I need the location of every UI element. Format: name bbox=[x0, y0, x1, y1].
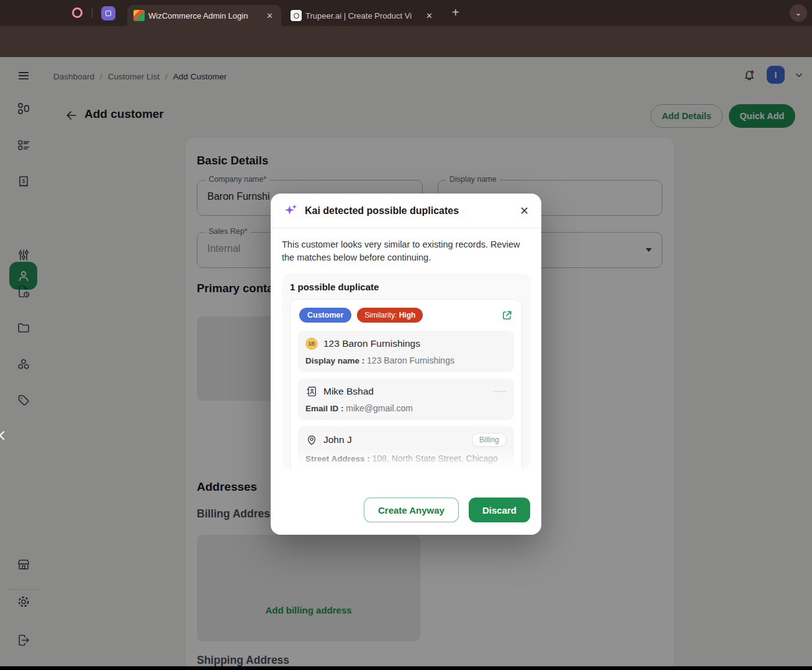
display-name-field-value: 123 Baron Furnishings bbox=[367, 355, 454, 365]
recording-indicator-icon[interactable] bbox=[72, 7, 83, 18]
browser-toolbar: admin.wizcommerce.com/buyer-library/crea… bbox=[0, 26, 812, 57]
open-record-external-link-icon[interactable] bbox=[501, 310, 513, 321]
email-field-label: Email ID : bbox=[305, 404, 344, 413]
divider bbox=[92, 8, 92, 18]
modal-footer: Create Anyway Discard bbox=[271, 488, 541, 535]
address-contact-name: John J bbox=[323, 434, 352, 445]
street-address-field-value: 108, North State Street, Chicago Loop bbox=[305, 453, 498, 469]
discard-button[interactable]: Discard bbox=[469, 498, 530, 522]
map-pin-icon bbox=[305, 434, 318, 446]
tab-title: WizCommerce Admin Login bbox=[148, 11, 261, 20]
display-name-field-label: Display name : bbox=[305, 356, 364, 365]
tab-title: Trupeer.ai | Create Product Vi bbox=[305, 11, 420, 20]
modal-title: Kai detected possible duplicates bbox=[305, 205, 459, 217]
trupeer-favicon bbox=[291, 10, 302, 21]
street-address-field-label: Street Address : bbox=[305, 454, 370, 463]
tab-trupeer[interactable]: Trupeer.ai | Create Product Vi ✕ bbox=[284, 5, 441, 26]
tab-close-icon[interactable]: ✕ bbox=[264, 11, 275, 20]
contact-divider-dash bbox=[493, 391, 507, 392]
duplicate-record-card: Customer Similarity: High 1B 123 Baron F… bbox=[290, 299, 522, 469]
duplicates-section: 1 possible duplicate Customer Similarity… bbox=[282, 274, 530, 469]
similarity-badge: Similarity: High bbox=[357, 308, 423, 323]
tab-strip: WizCommerce Admin Login ✕ Trupeer.ai | C… bbox=[0, 0, 812, 26]
kai-sparkle-icon bbox=[283, 203, 299, 218]
duplicate-detection-modal: Kai detected possible duplicates ✕ This … bbox=[271, 194, 541, 535]
duplicates-count-heading: 1 possible duplicate bbox=[290, 282, 522, 292]
company-name: 123 Baron Furnishings bbox=[323, 338, 420, 349]
tab-search-chevron-icon[interactable]: ⌄ bbox=[790, 4, 807, 22]
screen-capture-extension-icon[interactable] bbox=[101, 6, 115, 20]
modal-body: This customer looks very similar to exis… bbox=[271, 228, 541, 488]
new-tab-button[interactable]: + bbox=[452, 6, 459, 19]
browser-window: WizCommerce Admin Login ✕ Trupeer.ai | C… bbox=[0, 0, 812, 670]
similarity-label: Similarity: bbox=[364, 311, 397, 319]
billing-tag: Billing bbox=[472, 433, 507, 447]
similarity-value: High bbox=[399, 311, 416, 319]
duplicate-contact-block: Mike Bshad Email ID : mike@gmail.com bbox=[298, 378, 514, 420]
wizcommerce-favicon bbox=[133, 10, 145, 21]
create-anyway-button[interactable]: Create Anyway bbox=[364, 498, 459, 522]
badge-row: Customer Similarity: High bbox=[291, 300, 521, 331]
contact-name: Mike Bshad bbox=[323, 386, 374, 397]
modal-close-icon[interactable]: ✕ bbox=[520, 205, 529, 217]
company-avatar: 1B bbox=[305, 337, 318, 350]
modal-description: This customer looks very similar to exis… bbox=[282, 238, 530, 264]
customer-type-badge: Customer bbox=[299, 308, 351, 323]
contact-card-icon bbox=[305, 385, 318, 398]
duplicate-company-block: 1B 123 Baron Furnishings Display name : … bbox=[298, 331, 514, 372]
tab-close-icon[interactable]: ✕ bbox=[424, 11, 435, 20]
duplicate-address-block: John J Billing Street Address : 108, Nor… bbox=[298, 426, 514, 469]
tab-wizcommerce[interactable]: WizCommerce Admin Login ✕ bbox=[127, 5, 281, 26]
email-field-value: mike@gmail.com bbox=[346, 403, 413, 413]
screen-bottom-edge bbox=[0, 666, 812, 670]
sidebar-collapse-chevron-icon[interactable] bbox=[0, 431, 6, 440]
modal-header: Kai detected possible duplicates ✕ bbox=[271, 194, 541, 228]
